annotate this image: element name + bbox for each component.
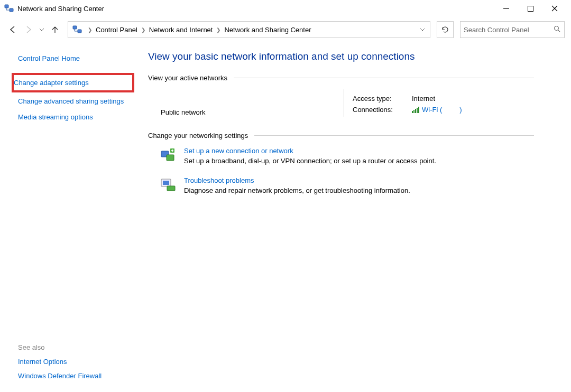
- access-type-label: Access type:: [353, 95, 412, 102]
- troubleshoot-link[interactable]: Troubleshoot problems: [184, 176, 410, 184]
- recent-locations-dropdown[interactable]: [38, 27, 45, 32]
- breadcrumb-item[interactable]: Network and Sharing Center: [224, 26, 311, 34]
- content-area: Control Panel Home Change adapter settin…: [0, 39, 571, 392]
- address-dropdown-icon[interactable]: [417, 26, 428, 34]
- address-icon: [72, 25, 82, 34]
- network-category-label: Public network: [161, 108, 344, 116]
- window-title: Network and Sharing Center: [17, 5, 494, 13]
- app-icon: [4, 4, 14, 13]
- svg-rect-7: [167, 155, 174, 161]
- search-box[interactable]: [460, 21, 565, 38]
- troubleshoot-desc: Diagnose and repair network problems, or…: [184, 186, 410, 194]
- active-network-block: Public network Access type: Internet Con…: [148, 89, 534, 132]
- window-controls: [494, 0, 567, 17]
- back-button[interactable]: [6, 21, 19, 38]
- search-icon[interactable]: [554, 25, 561, 34]
- svg-rect-4: [78, 30, 81, 33]
- search-input[interactable]: [464, 26, 554, 34]
- see-also-links: Internet Options Windows Defender Firewa…: [18, 354, 128, 392]
- troubleshoot-icon: [160, 176, 177, 193]
- up-button[interactable]: [49, 21, 61, 38]
- minimize-button[interactable]: [494, 0, 518, 17]
- breadcrumb-item[interactable]: Network and Internet: [149, 26, 213, 34]
- svg-rect-0: [5, 5, 8, 8]
- access-type-value: Internet: [412, 95, 435, 102]
- close-button[interactable]: [542, 0, 567, 17]
- see-also-firewall[interactable]: Windows Defender Firewall: [18, 369, 128, 384]
- setup-connection-item: Set up a new connection or network Set u…: [148, 147, 534, 165]
- svg-rect-10: [163, 181, 169, 185]
- window-titlebar: Network and Sharing Center: [0, 0, 571, 17]
- wifi-name-tail: ): [459, 106, 462, 114]
- refresh-button[interactable]: [437, 21, 454, 38]
- page-title: View your basic network information and …: [148, 51, 534, 62]
- sidebar: Control Panel Home Change adapter settin…: [0, 51, 137, 392]
- svg-rect-11: [167, 186, 175, 191]
- navigation-bar: ❯ Control Panel ❯ Network and Internet ❯…: [0, 20, 571, 39]
- troubleshoot-item: Troubleshoot problems Diagnose and repai…: [148, 176, 534, 194]
- wifi-signal-icon: [412, 107, 419, 113]
- chevron-right-icon[interactable]: ❯: [88, 27, 92, 33]
- address-bar[interactable]: ❯ Control Panel ❯ Network and Internet ❯…: [68, 21, 430, 38]
- breadcrumb: ❯ Control Panel ❯ Network and Internet ❯…: [85, 26, 417, 34]
- section-change-label: Change your networking settings: [148, 132, 248, 139]
- sidebar-link-media[interactable]: Media streaming options: [18, 109, 128, 125]
- svg-rect-1: [10, 8, 13, 12]
- setup-connection-icon: [160, 147, 177, 164]
- sidebar-link-adapter[interactable]: Change adapter settings: [10, 75, 132, 91]
- wifi-name: Wi-Fi (: [422, 106, 442, 114]
- section-change-settings: Change your networking settings: [148, 132, 534, 139]
- section-active-label: View your active networks: [148, 74, 227, 82]
- svg-rect-3: [73, 26, 77, 29]
- forward-button[interactable]: [22, 21, 35, 38]
- chevron-right-icon[interactable]: ❯: [216, 27, 220, 33]
- chevron-right-icon[interactable]: ❯: [141, 27, 145, 33]
- sidebar-link-sharing[interactable]: Change advanced sharing settings: [18, 94, 128, 109]
- setup-connection-link[interactable]: Set up a new connection or network: [184, 147, 436, 155]
- breadcrumb-item[interactable]: Control Panel: [96, 26, 137, 34]
- svg-rect-2: [528, 6, 533, 11]
- highlighted-link-frame: Change adapter settings: [12, 73, 134, 93]
- sidebar-link-home[interactable]: Control Panel Home: [18, 51, 128, 67]
- wifi-connection-link[interactable]: Wi-Fi ( ): [412, 106, 462, 114]
- section-active-networks: View your active networks: [148, 74, 534, 82]
- setup-connection-desc: Set up a broadband, dial-up, or VPN conn…: [184, 157, 436, 165]
- network-details: Access type: Internet Connections: Wi-Fi…: [344, 89, 462, 117]
- network-type: Public network: [148, 89, 344, 117]
- svg-point-5: [555, 26, 559, 30]
- see-also-heading: See also: [18, 343, 128, 354]
- connections-label: Connections:: [353, 106, 412, 114]
- see-also-internet-options[interactable]: Internet Options: [18, 354, 128, 369]
- maximize-button[interactable]: [518, 0, 542, 17]
- main-panel: View your basic network information and …: [137, 51, 571, 392]
